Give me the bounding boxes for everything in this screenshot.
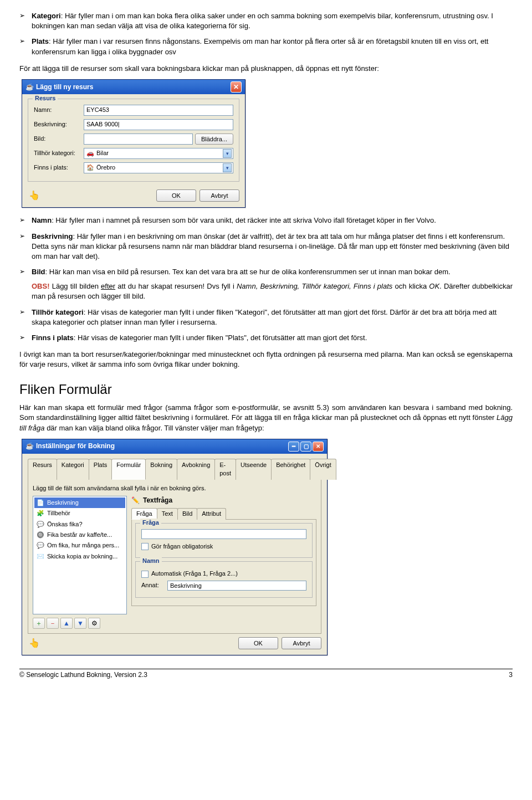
close-icon[interactable]: ✕ <box>231 81 242 93</box>
intro-paragraph: För att lägga till de resurser som skall… <box>19 64 513 74</box>
tab-kategori[interactable]: Kategori <box>57 459 89 480</box>
mandatory-checkbox[interactable] <box>141 543 149 550</box>
bullet-bild: Bild: Här kan man visa en bild på resurs… <box>19 267 513 302</box>
bullet-text: : Här fyller man i en beskrivning om man… <box>32 232 509 260</box>
row-name: Namn: EYC453 <box>34 105 233 116</box>
desc-input[interactable]: SAAB 9000| <box>84 119 233 130</box>
auto-checkbox[interactable] <box>141 571 149 578</box>
inner-tabbar: Fråga Text Bild Attribut <box>131 507 316 520</box>
cancel-button[interactable]: Avbryt <box>200 189 239 202</box>
tab-behorighet[interactable]: Behörighet <box>271 459 310 480</box>
list-item[interactable]: 📄Beskrivning <box>34 498 125 508</box>
dialog-title: Lägg till ny resurs <box>36 83 93 92</box>
category-label: Tillhör kategori: <box>34 149 84 157</box>
bullet-label: Kategori <box>32 12 61 20</box>
maximize-icon[interactable]: ▢ <box>300 442 311 452</box>
name-input[interactable]: EYC453 <box>84 105 233 116</box>
right-pane: ✏️ Textfråga Fråga Text Bild Attribut Fr… <box>131 496 316 614</box>
footer-page-number: 3 <box>509 670 513 680</box>
bullet-beskrivning: Beskrivning: Här fyller man i en beskriv… <box>19 232 513 262</box>
hand-icon: 👆 <box>28 189 40 202</box>
cancel-button[interactable]: Avbryt <box>282 637 321 649</box>
tab-epost[interactable]: E-post <box>214 459 236 480</box>
place-combo[interactable]: 🏠 Örebro ▾ <box>84 162 233 173</box>
minimize-icon[interactable]: ━ <box>288 442 299 452</box>
tab-ovrigt[interactable]: Övrigt <box>310 459 336 480</box>
row-category: Tillhör kategori: 🚗 Bilar ▾ <box>34 148 233 159</box>
move-down-button[interactable]: ▼ <box>74 618 86 629</box>
inner-tab-attribut[interactable]: Attribut <box>197 508 226 520</box>
java-icon: ☕ <box>25 443 33 450</box>
obs-paragraph: OBS! Lägg till bilden efter att du har s… <box>32 281 513 301</box>
field-list[interactable]: 📄Beskrivning 🧩Tillbehör 💬Önskas fika? 🔘F… <box>33 496 127 614</box>
settings-title: Inställningar för Bokning <box>36 442 115 451</box>
group-legend: Fråga <box>140 519 161 527</box>
bullet-label: Beskrivning <box>32 232 73 240</box>
tab-avbokning[interactable]: Avbokning <box>177 459 215 480</box>
settings-dialog: ☕ Inställningar för Bokning ━ ▢ ✕ Resurs… <box>22 439 328 656</box>
annat-input[interactable]: Beskrivning <box>167 581 306 591</box>
category-value: Bilar <box>96 149 109 157</box>
inner-tab-fraga[interactable]: Fråga <box>131 508 157 520</box>
list-item[interactable]: 💬Om fika, hur många pers... <box>34 540 125 551</box>
chevron-down-icon[interactable]: ▾ <box>223 149 232 158</box>
question-input[interactable] <box>141 529 306 539</box>
chevron-down-icon[interactable]: ▾ <box>223 163 232 172</box>
window-buttons: ━ ▢ ✕ <box>288 442 324 452</box>
java-icon: ☕ <box>25 83 33 91</box>
home-icon: 🏠 <box>86 163 94 172</box>
settings-body: Resurs Kategori Plats Formulär Bokning A… <box>22 454 327 655</box>
bullet-plats: Plats: Här fyller man i var resursen fin… <box>19 37 513 57</box>
ok-button[interactable]: OK <box>238 637 278 649</box>
bullet-list-top: Kategori: Här fyller man i om man kan bo… <box>19 11 513 57</box>
bullet-label: Tillhör kategori <box>32 308 84 316</box>
image-input[interactable] <box>84 134 193 145</box>
tab-plats[interactable]: Plats <box>89 459 112 480</box>
section-title-formular: Fliken Formulär <box>19 380 513 399</box>
category-combo[interactable]: 🚗 Bilar ▾ <box>84 148 233 159</box>
page-footer: © Senselogic Lathund Bokning, Version 2.… <box>19 669 513 680</box>
browse-button[interactable]: Bläddra... <box>195 134 233 145</box>
bullet-text: : Här visas de kategorier man fyllt i un… <box>32 308 497 326</box>
inner-tab-text[interactable]: Text <box>157 508 178 520</box>
group-namn: Namn Automatisk (Fråga 1, Fråga 2...) An… <box>135 561 313 597</box>
close-icon[interactable]: ✕ <box>313 442 324 452</box>
tab-formular[interactable]: Formulär <box>111 459 146 480</box>
chat-icon: 💬 <box>37 541 44 550</box>
dialog-buttons: 👆 OK Avbryt <box>28 186 239 203</box>
bullet-finns-i-plats: Finns i plats: Här visas de kategorier m… <box>19 333 513 343</box>
list-item[interactable]: ✉️Skicka kopia av bokning... <box>34 551 125 562</box>
addon-icon: 🧩 <box>37 509 44 517</box>
settings-titlebar[interactable]: ☕ Inställningar för Bokning ━ ▢ ✕ <box>22 439 327 454</box>
bullet-label: Namn <box>32 216 52 224</box>
properties-button[interactable]: ⚙ <box>88 618 100 629</box>
move-up-button[interactable]: ▲ <box>60 618 73 629</box>
tab-content: Lägg till de fält som användarna skall f… <box>28 480 321 634</box>
bullet-label: Bild <box>32 268 45 276</box>
add-button[interactable]: ＋ <box>33 618 45 629</box>
row-image: Bild: Bläddra... <box>34 134 233 145</box>
bullet-label: Finns i plats <box>32 334 74 342</box>
bullet-text: : Här kan man visa en bild på resursen. … <box>45 268 451 276</box>
image-label: Bild: <box>34 135 84 143</box>
tab-bokning[interactable]: Bokning <box>145 459 177 480</box>
list-item[interactable]: 🧩Tillbehör <box>34 508 125 519</box>
bullet-text: : Här fyller man i namnet på resursen so… <box>52 216 436 224</box>
pencil-icon: ✏️ <box>131 496 140 505</box>
tab-utseende[interactable]: Utseende <box>236 459 272 480</box>
row-place: Finns i plats: 🏠 Örebro ▾ <box>34 162 233 173</box>
ok-button[interactable]: OK <box>156 189 196 202</box>
remove-button[interactable]: － <box>47 618 59 629</box>
bullet-text: : Här fyller man i om man kan boka flera… <box>32 12 493 30</box>
list-item[interactable]: 💬Önskas fika? <box>34 519 125 530</box>
tab-resurs[interactable]: Resurs <box>28 459 57 480</box>
list-item[interactable]: 🔘Fika består av kaffe/te... <box>34 530 125 540</box>
dialog-titlebar[interactable]: ☕ Lägg till ny resurs ✕ <box>22 80 245 94</box>
chat-icon: 💬 <box>37 520 44 529</box>
inner-tab-bild[interactable]: Bild <box>177 508 197 520</box>
footer-left: © Senselogic Lathund Bokning, Version 2.… <box>19 670 147 680</box>
name-label: Namn: <box>34 106 84 114</box>
bullet-list-mid: Namn: Här fyller man i namnet på resurse… <box>19 216 513 343</box>
bullet-text: : Här visas de kategorier man fyllt i un… <box>74 334 367 342</box>
hand-icon: 👆 <box>28 637 40 649</box>
